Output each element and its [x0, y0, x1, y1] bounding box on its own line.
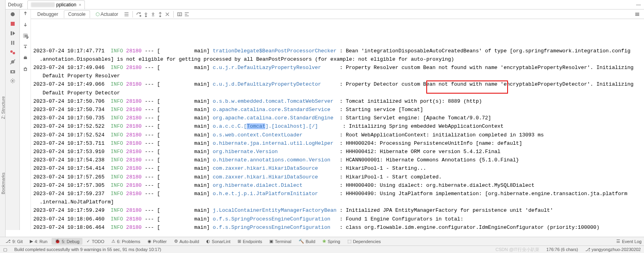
console-action-rail	[20, 10, 31, 230]
blurred-config-name	[31, 2, 55, 7]
down-arrow-icon[interactable]	[23, 22, 28, 27]
log-line: 2023-07-24 10:17:54.238 INFO 28180 --- […	[33, 156, 641, 164]
clear-icon[interactable]	[23, 67, 28, 71]
step-into-icon[interactable]	[143, 12, 149, 17]
log-line: Default Property Detector	[33, 89, 641, 97]
svg-rect-20	[635, 15, 639, 16]
svg-rect-1	[11, 31, 12, 35]
tab-autobuild[interactable]: ⚙ Auto-build	[171, 238, 203, 245]
log-line: 2023-07-24 10:17:53.711 INFO 28180 --- […	[33, 139, 641, 148]
settings-icon[interactable]	[10, 78, 16, 84]
up-arrow-icon[interactable]	[23, 11, 28, 16]
force-step-into-icon[interactable]	[150, 12, 156, 17]
tab-git[interactable]: ⎇ 9: Git	[2, 238, 26, 245]
evaluate-icon[interactable]	[177, 12, 182, 17]
svg-point-16	[160, 15, 161, 17]
soft-wrap-icon[interactable]	[23, 33, 28, 38]
log-line: 2023-07-24 10:18:06.460 INFO 28180 --- […	[33, 215, 641, 223]
tab-event-log[interactable]: ☰ Event Log	[613, 238, 644, 245]
svg-point-4	[10, 50, 13, 53]
log-line: 2023-07-24 10:17:54.414 INFO 28180 --- […	[33, 164, 641, 172]
tab-debugger[interactable]: Debugger	[33, 11, 62, 18]
log-line: .internal.NoJtaPlatform]	[33, 198, 641, 206]
svg-point-15	[146, 15, 147, 17]
tab-console[interactable]: Console	[64, 10, 90, 18]
log-line: 2023-07-24 10:17:59.249 INFO 28180 --- […	[33, 206, 641, 215]
tool-windows-icon[interactable]: ▢	[3, 247, 7, 252]
run-config-tab[interactable]: pplication ×	[27, 0, 85, 9]
svg-rect-18	[635, 13, 639, 13]
tab-actuator[interactable]: ⬡ Actuator	[92, 11, 122, 18]
log-line: 2023-07-24 10:17:59.237 INFO 28180 --- […	[33, 190, 641, 198]
tab-spring[interactable]: ❀ Spring	[319, 238, 343, 245]
tab-debug[interactable]: 🐞 5: Debug	[52, 238, 83, 245]
tab-endpoints[interactable]: ⊞ Endpoints	[234, 238, 265, 245]
close-icon[interactable]: ×	[79, 2, 81, 7]
mute-breakpoints-icon[interactable]	[10, 59, 16, 65]
tab-run[interactable]: ▶ 4: Run	[27, 238, 50, 245]
svg-point-5	[13, 52, 15, 54]
log-line: 2023-07-24 10:17:53.910 INFO 28180 --- […	[33, 148, 641, 156]
camera-icon[interactable]	[10, 68, 16, 75]
log-line: 2023-07-24 10:17:57.305 INFO 28180 --- […	[33, 181, 641, 190]
debug-action-rail	[6, 10, 20, 230]
view-breakpoints-icon[interactable]	[10, 49, 16, 56]
tab-build[interactable]: 🔨 Build	[295, 238, 318, 245]
log-line: 2023-07-24 10:17:49.046 INFO 28180 --- […	[33, 63, 641, 72]
list-icon[interactable]	[124, 12, 129, 17]
svg-rect-11	[24, 57, 27, 59]
log-line: 2023-07-24 10:17:49.066 INFO 28180 --- […	[33, 80, 641, 88]
tab-todo[interactable]: ✓ TODO	[83, 238, 107, 245]
rerun-icon[interactable]	[10, 11, 16, 17]
pause-icon[interactable]	[10, 40, 16, 46]
build-status-message: Build completed successfully with 9 warn…	[14, 247, 161, 252]
log-line: 2023-07-24 10:17:47.771 INFO 28180 --- […	[33, 47, 641, 55]
step-over-icon[interactable]	[136, 12, 142, 17]
svg-rect-12	[25, 56, 26, 57]
tool-window-bar: ⎇ 9: Git ▶ 4: Run 🐞 5: Debug ✓ TODO ⚠ 6:…	[0, 237, 644, 245]
stop-icon[interactable]	[10, 21, 16, 27]
svg-rect-2	[11, 41, 12, 45]
svg-point-14	[140, 15, 141, 16]
more-icon[interactable]	[634, 12, 640, 17]
console-output[interactable]: 2023-07-24 10:17:47.771 INFO 28180 --- […	[31, 19, 644, 230]
svg-point-9	[12, 71, 13, 73]
trace-icon[interactable]	[184, 12, 190, 17]
log-line: 2023-07-24 10:17:52.524 INFO 28180 --- […	[33, 131, 641, 139]
debug-tabs: Debugger Console ⬡ Actuator	[31, 10, 644, 19]
svg-rect-13	[24, 68, 27, 71]
log-line: 2023-07-24 10:18:06.464 INFO 28180 --- […	[33, 223, 641, 230]
log-line: 2023-07-24 10:17:50.706 INFO 28180 --- […	[33, 97, 641, 105]
drop-frame-icon[interactable]	[165, 12, 170, 17]
structure-tool-label[interactable]: Z: Structure	[1, 96, 6, 119]
separator	[132, 11, 133, 17]
bookmarks-tool-label[interactable]: Bookmarks	[1, 172, 6, 194]
resume-icon[interactable]	[10, 30, 16, 36]
log-line: 2023-07-24 10:17:52.522 INFO 28180 --- […	[33, 122, 641, 130]
cursor-position[interactable]: 176:76 (6 chars)	[546, 247, 578, 252]
git-branch[interactable]: ⎇ yangyongzhuo-20230202	[585, 247, 641, 252]
log-line: Default Property Resolver	[33, 72, 641, 80]
print-icon[interactable]	[23, 56, 28, 60]
log-line: .annotation.Disposables] is not eligible…	[33, 55, 641, 63]
status-bar: ▢ Build completed successfully with 9 wa…	[0, 245, 644, 253]
watermark: CSDN @IT行业小趴菜	[495, 247, 539, 253]
log-line: 2023-07-24 10:17:57.265 INFO 28180 --- […	[33, 173, 641, 181]
log-line: 2023-07-24 10:17:50.735 INFO 28180 --- […	[33, 114, 641, 122]
debug-label: Debug:	[8, 2, 23, 8]
svg-rect-0	[11, 22, 15, 26]
tab-dependencies[interactable]: ⬚ Dependencies	[344, 238, 384, 245]
svg-line-7	[10, 59, 15, 64]
debug-toolwindow-header: Debug: pplication × —	[6, 0, 644, 10]
separator	[173, 11, 174, 17]
tab-terminal[interactable]: ▣ Terminal	[266, 238, 295, 245]
svg-rect-3	[13, 41, 14, 45]
minimize-icon[interactable]: —	[636, 2, 641, 8]
tab-sonarlint[interactable]: ◐ SonarLint	[203, 238, 234, 245]
svg-rect-19	[635, 14, 639, 15]
tab-problems[interactable]: ⚠ 6: Problems	[108, 238, 144, 245]
svg-point-10	[12, 80, 13, 82]
step-out-icon[interactable]	[157, 12, 163, 17]
scroll-to-end-icon[interactable]	[23, 44, 28, 49]
tab-profiler[interactable]: ◉ Profiler	[144, 238, 170, 245]
